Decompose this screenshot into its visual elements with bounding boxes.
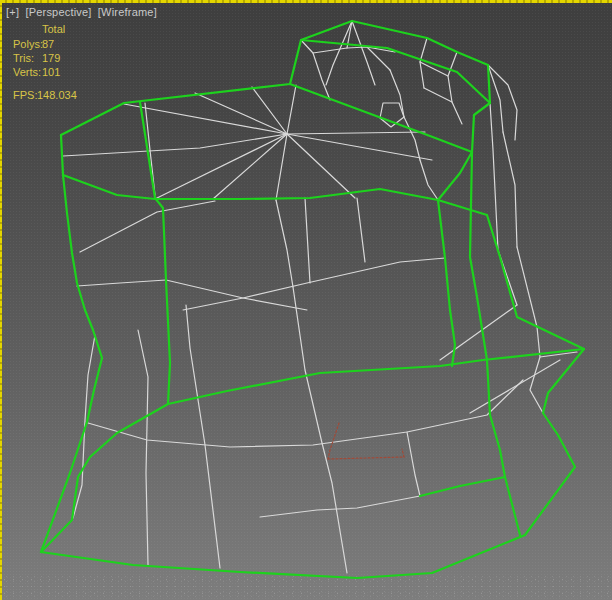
- active-viewport-border-top: [0, 0, 612, 3]
- green-edge: [41, 535, 525, 578]
- white-edge: [293, 287, 347, 573]
- green-edge: [41, 349, 584, 552]
- white-edge: [357, 198, 365, 262]
- white-edge: [287, 132, 425, 134]
- stats-row-verts: Verts: 101: [13, 65, 77, 79]
- green-edge: [470, 152, 520, 535]
- axis-gizmo-line: [328, 457, 404, 459]
- white-edge: [352, 21, 375, 85]
- active-viewport-border-left: [0, 0, 2, 600]
- white-edge: [448, 52, 457, 102]
- green-edge: [420, 477, 505, 496]
- white-edge: [63, 134, 287, 156]
- verts-label: Verts:: [13, 65, 42, 79]
- axis-gizmo-line: [402, 449, 404, 457]
- verts-value: 101: [42, 65, 60, 79]
- white-edge: [424, 88, 462, 124]
- stats-row-polys: Polys: 87: [13, 37, 77, 51]
- tris-value: 179: [42, 51, 60, 65]
- tris-label: Tris:: [13, 51, 42, 65]
- viewport-shading-menu[interactable]: [Wireframe]: [98, 6, 157, 18]
- viewport-general-menu[interactable]: [+]: [6, 6, 19, 18]
- white-edge: [195, 93, 287, 134]
- axis-gizmo-line: [328, 423, 339, 459]
- white-edge: [155, 134, 287, 199]
- statistics-overlay: Total Polys: 87 Tris: 179 Verts: 101 FPS…: [13, 22, 77, 102]
- stats-row-fps: FPS: 148.034: [13, 88, 77, 102]
- white-edge: [138, 330, 148, 565]
- viewport-pov-menu[interactable]: [Perspective]: [25, 6, 91, 18]
- wireframe-canvas: [0, 0, 612, 600]
- green-edge: [487, 215, 584, 349]
- white-edge: [503, 132, 517, 247]
- green-edge: [290, 84, 472, 152]
- stats-header: Total: [42, 22, 77, 36]
- green-edge: [438, 200, 455, 366]
- viewport-label: [+] [Perspective] [Wireframe]: [6, 6, 160, 18]
- green-edge: [41, 135, 102, 552]
- white-edge: [380, 103, 404, 127]
- green-edge: [63, 175, 438, 200]
- white-edge: [186, 305, 220, 568]
- polys-label: Polys:: [13, 37, 42, 51]
- white-edge: [517, 247, 543, 413]
- green-edge: [61, 40, 301, 135]
- white-edge: [287, 134, 355, 198]
- white-edge: [80, 201, 215, 252]
- white-edge: [287, 85, 296, 134]
- white-edge: [276, 134, 287, 200]
- white-edge: [287, 134, 432, 160]
- white-edge: [124, 104, 287, 134]
- green-edge: [301, 40, 490, 103]
- polys-value: 87: [42, 37, 54, 51]
- viewport: [+] [Perspective] [Wireframe] Total Poly…: [0, 0, 612, 600]
- white-edge: [276, 200, 293, 287]
- stats-row-tris: Tris: 179: [13, 51, 77, 65]
- white-edge: [404, 117, 420, 160]
- white-edge: [420, 160, 438, 200]
- white-edge: [183, 258, 445, 310]
- white-edge: [260, 496, 420, 517]
- white-edge: [77, 280, 166, 286]
- green-edge: [438, 200, 487, 215]
- white-edge: [166, 280, 307, 310]
- white-edge: [305, 198, 310, 283]
- white-edge: [326, 21, 352, 85]
- green-edge: [438, 152, 472, 200]
- fps-value: 148.034: [37, 88, 77, 102]
- white-edge: [407, 432, 420, 496]
- white-edge: [252, 87, 287, 134]
- green-edge: [472, 65, 490, 152]
- fps-label: FPS:: [13, 88, 37, 102]
- white-edge: [470, 360, 560, 413]
